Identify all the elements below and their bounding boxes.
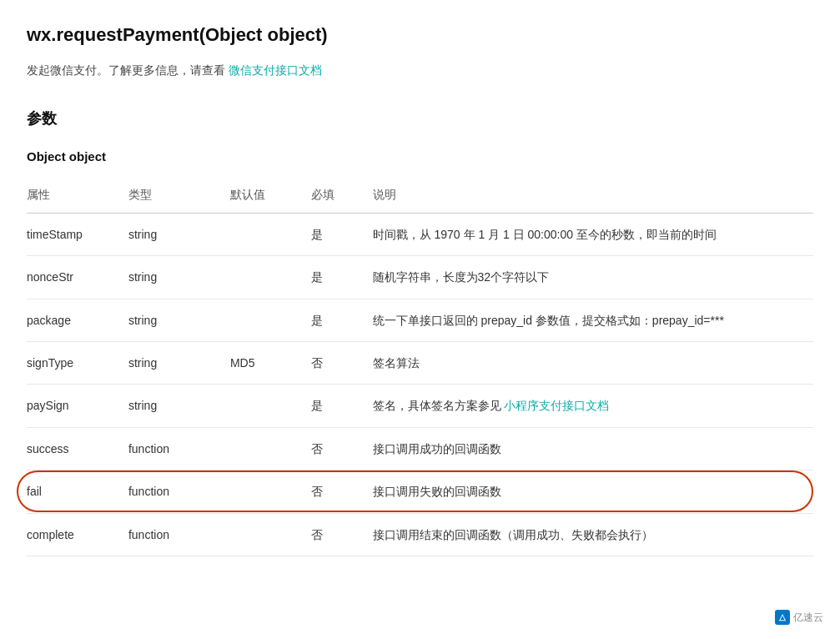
cell-desc: 随机字符串，长度为32个字符以下	[373, 256, 813, 299]
cell-attr: package	[27, 299, 128, 341]
cell-type: function	[128, 470, 230, 513]
cell-desc: 签名算法	[373, 341, 813, 384]
table-row: paySignstring是签名，具体签名方案参见 小程序支付接口文档	[27, 385, 813, 427]
cell-attr: paySign	[27, 385, 128, 427]
table-row: failfunction否接口调用失败的回调函数	[27, 470, 813, 513]
watermark: △ 亿速云	[775, 610, 823, 626]
cell-required: 是	[311, 213, 372, 255]
cell-required: 否	[311, 470, 372, 513]
cell-default	[230, 385, 312, 427]
wechat-pay-doc-link[interactable]: 微信支付接口文档	[229, 63, 322, 77]
cell-default	[230, 213, 312, 255]
cell-attr: signType	[27, 341, 128, 384]
col-header-default: 默认值	[230, 177, 312, 213]
cell-attr: nonceStr	[27, 256, 128, 299]
cell-required: 是	[311, 385, 372, 427]
table-row: successfunction否接口调用成功的回调函数	[27, 427, 813, 470]
params-table: 属性 类型 默认值 必填 说明 timeStampstring是时间戳，从 19…	[27, 177, 813, 556]
table-header-row: 属性 类型 默认值 必填 说明	[27, 177, 813, 213]
col-header-type: 类型	[128, 177, 230, 213]
description-text: 发起微信支付。了解更多信息，请查看	[27, 63, 225, 77]
cell-default	[230, 513, 312, 556]
table-row: packagestring是统一下单接口返回的 prepay_id 参数值，提交…	[27, 299, 813, 341]
cell-desc: 接口调用结束的回调函数（调用成功、失败都会执行）	[373, 513, 813, 556]
cell-default	[230, 427, 312, 470]
col-header-attr: 属性	[27, 177, 128, 213]
cell-required: 是	[311, 256, 372, 299]
page-title: wx.requestPayment(Object object)	[27, 20, 813, 49]
cell-desc: 时间戳，从 1970 年 1 月 1 日 00:00:00 至今的秒数，即当前的…	[373, 213, 813, 255]
table-row: timeStampstring是时间戳，从 1970 年 1 月 1 日 00:…	[27, 213, 813, 255]
cell-type: function	[128, 513, 230, 556]
cell-desc: 接口调用成功的回调函数	[373, 427, 813, 470]
page-container: wx.requestPayment(Object object) 发起微信支付。…	[0, 0, 840, 639]
cell-type: string	[128, 299, 230, 341]
object-label: Object object	[27, 147, 813, 167]
cell-required: 是	[311, 299, 372, 341]
cell-desc: 统一下单接口返回的 prepay_id 参数值，提交格式如：prepay_id=…	[373, 299, 813, 341]
cell-required: 否	[311, 427, 372, 470]
watermark-icon: △	[775, 610, 790, 625]
cell-attr: fail	[27, 470, 128, 513]
col-header-required: 必填	[311, 177, 372, 213]
table-row: completefunction否接口调用结束的回调函数（调用成功、失败都会执行…	[27, 513, 813, 556]
watermark-text: 亿速云	[793, 610, 823, 626]
cell-required: 否	[311, 341, 372, 384]
cell-default	[230, 256, 312, 299]
cell-attr: complete	[27, 513, 128, 556]
description: 发起微信支付。了解更多信息，请查看 微信支付接口文档	[27, 61, 813, 79]
cell-type: string	[128, 256, 230, 299]
cell-type: string	[128, 213, 230, 255]
cell-attr: timeStamp	[27, 213, 128, 255]
cell-type: function	[128, 427, 230, 470]
cell-attr: success	[27, 427, 128, 470]
miniapp-pay-doc-link[interactable]: 小程序支付接口文档	[504, 399, 609, 412]
cell-desc: 签名，具体签名方案参见 小程序支付接口文档	[373, 385, 813, 427]
section-params-title: 参数	[27, 107, 813, 131]
cell-default: MD5	[230, 341, 312, 384]
cell-desc: 接口调用失败的回调函数	[373, 470, 813, 513]
col-header-desc: 说明	[373, 177, 813, 213]
cell-type: string	[128, 341, 230, 384]
table-row: nonceStrstring是随机字符串，长度为32个字符以下	[27, 256, 813, 299]
table-row: signTypestringMD5否签名算法	[27, 341, 813, 384]
cell-required: 否	[311, 513, 372, 556]
cell-default	[230, 299, 312, 341]
cell-type: string	[128, 385, 230, 427]
cell-default	[230, 470, 312, 513]
